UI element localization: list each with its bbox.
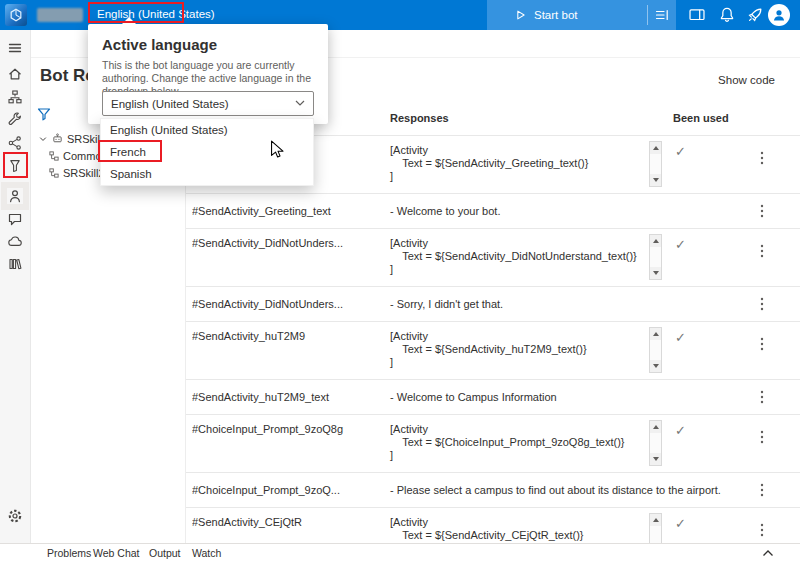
composer-logo-icon (5, 4, 27, 26)
response-text: - Welcome to your bot. (390, 205, 754, 218)
table-row[interactable]: #SendActivity_DidNotUnders... [Activity … (186, 229, 800, 287)
settings-gear-icon[interactable] (7, 508, 23, 524)
table-row[interactable]: #SendActivity_CEjQtR [Activity Text = ${… (186, 508, 800, 543)
been-used-checkmark-icon: ✓ (675, 237, 686, 252)
dialog-flow-icon (48, 167, 60, 179)
tree-item-label: SRSkill2 (63, 167, 105, 179)
been-used-checkmark-icon: ✓ (675, 330, 686, 345)
more-options-icon[interactable] (755, 429, 769, 445)
table-row[interactable]: #ChoiceInput_Prompt_9zoQ8g [Activity Tex… (186, 415, 800, 473)
app-window: English (United States) Start bot (0, 0, 800, 561)
nav-web-chat-icon[interactable] (7, 211, 23, 227)
web-chat-panel-icon[interactable] (688, 6, 706, 24)
cell-scrollbar[interactable] (649, 327, 662, 373)
response-text: [Activity Text = ${SendActivity_DidNotUn… (390, 237, 754, 276)
global-nav-hamburger-icon[interactable] (7, 40, 23, 56)
more-options-icon[interactable] (755, 203, 769, 219)
tree-item-common[interactable]: Common (48, 147, 108, 164)
start-bot-button[interactable]: Start bot (513, 0, 577, 30)
start-bot-label: Start bot (534, 9, 577, 21)
tree-item-skill[interactable]: SRSkill2 (48, 164, 105, 181)
response-name: #SendActivity_huT2M9 (192, 330, 384, 342)
chevron-down-icon (295, 100, 305, 107)
option-english-us[interactable]: English (United States) (101, 119, 313, 141)
spinner-down-icon[interactable] (650, 360, 661, 372)
language-dropdown-value: English (United States) (111, 98, 229, 110)
nav-tools-wrench-icon[interactable] (7, 112, 23, 128)
table-row[interactable]: #ChoiceInput_Prompt_9zoQ... - Please sel… (186, 473, 800, 508)
spinner-up-icon[interactable] (650, 142, 661, 154)
cell-scrollbar[interactable] (649, 513, 662, 543)
response-name: #SendActivity_CEjQtR (192, 516, 384, 528)
active-language-callout: Active language This is the bot language… (88, 24, 328, 124)
tree-item-bot-root[interactable]: SRSkill2 (38, 130, 109, 147)
chevron-down-icon (38, 134, 48, 144)
more-options-icon[interactable] (755, 482, 769, 498)
been-used-checkmark-icon: ✓ (675, 144, 686, 159)
responses-table: [Activity Text = ${SendActivity_Greeting… (186, 136, 800, 543)
notifications-bell-icon[interactable] (718, 6, 736, 24)
bot-name-redacted (37, 8, 83, 22)
response-text: [Activity Text = ${ChoiceInput_Prompt_9z… (390, 423, 754, 462)
more-options-icon[interactable] (755, 243, 769, 259)
more-options-icon[interactable] (755, 389, 769, 405)
option-spanish[interactable]: Spanish (101, 163, 313, 185)
tab-web-chat[interactable]: Web Chat (93, 547, 140, 559)
been-used-checkmark-icon: ✓ (675, 423, 686, 438)
language-selector[interactable]: English (United States) (97, 8, 215, 20)
response-name: #SendActivity_huT2M9_text (192, 391, 384, 403)
language-dropdown[interactable]: English (United States) (102, 91, 314, 116)
callout-title: Active language (102, 36, 314, 53)
response-text: [Activity Text = ${SendActivity_CEjQtR_t… (390, 516, 754, 543)
start-bot-zone: Start bot (487, 0, 676, 30)
option-french[interactable]: French (101, 141, 313, 163)
tab-output[interactable]: Output (149, 547, 181, 559)
show-code-button[interactable]: Show code (718, 74, 775, 86)
table-row[interactable]: #SendActivity_huT2M9 [Activity Text = ${… (186, 322, 800, 380)
response-text: - Welcome to Campus Information (390, 391, 754, 404)
more-options-icon[interactable] (755, 522, 769, 538)
table-row[interactable]: #SendActivity_Greeting_text - Welcome to… (186, 194, 800, 229)
column-header-been-used: Been used (673, 112, 729, 124)
spinner-down-icon[interactable] (650, 267, 661, 279)
more-options-icon[interactable] (755, 296, 769, 312)
tab-watch[interactable]: Watch (192, 547, 221, 559)
start-bot-panel-icon[interactable] (654, 7, 670, 23)
robot-icon (51, 132, 64, 145)
more-options-icon[interactable] (755, 336, 769, 352)
filter-icon[interactable] (36, 106, 52, 122)
person-icon (771, 7, 787, 23)
table-row[interactable]: #SendActivity_DidNotUnders... - Sorry, I… (186, 287, 800, 322)
nav-package-library-icon[interactable] (7, 256, 23, 272)
cell-scrollbar[interactable] (649, 234, 662, 280)
left-nav (0, 30, 31, 543)
column-header-responses: Responses (390, 112, 449, 124)
language-dropdown-menu: English (United States) French Spanish (100, 118, 314, 186)
cell-scrollbar[interactable] (649, 141, 662, 187)
response-name: #SendActivity_DidNotUnders... (192, 298, 384, 310)
response-name: #ChoiceInput_Prompt_9zoQ... (192, 484, 384, 496)
spinner-down-icon[interactable] (650, 174, 661, 186)
callout-beak (121, 17, 137, 25)
nav-publish-cloud-icon[interactable] (7, 233, 23, 249)
rocket-icon[interactable] (746, 6, 764, 24)
user-avatar[interactable] (768, 4, 790, 26)
spinner-down-icon[interactable] (650, 453, 661, 465)
nav-bot-responses-icon[interactable] (7, 188, 23, 204)
nav-share-nodes-icon[interactable] (7, 135, 23, 151)
spinner-up-icon[interactable] (650, 421, 661, 433)
cell-scrollbar[interactable] (649, 420, 662, 466)
more-options-icon[interactable] (755, 150, 769, 166)
tab-problems[interactable]: Problems (47, 547, 91, 559)
response-text: - Please select a campus to find out abo… (390, 484, 754, 497)
table-row[interactable]: #SendActivity_huT2M9_text - Welcome to C… (186, 380, 800, 415)
response-text: [Activity Text = ${SendActivity_huT2M9_t… (390, 330, 754, 369)
spinner-up-icon[interactable] (650, 328, 661, 340)
status-bar: Problems Web Chat Output Watch (0, 543, 800, 561)
nav-user-input-icon[interactable] (7, 158, 23, 174)
spinner-up-icon[interactable] (650, 235, 661, 247)
nav-design-flow-icon[interactable] (7, 89, 23, 105)
expand-panel-chevron-up-icon[interactable] (762, 549, 774, 557)
spinner-up-icon[interactable] (650, 514, 661, 526)
nav-home-icon[interactable] (7, 66, 23, 82)
